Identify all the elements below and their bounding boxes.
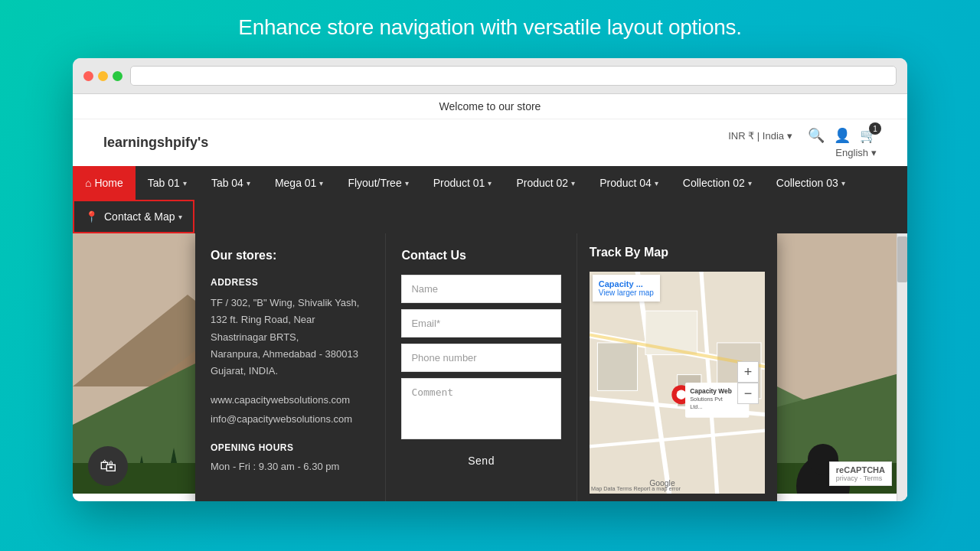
header-icons: 🔍 👤 🛒 1 — [808, 127, 877, 144]
nav-item-tab04[interactable]: Tab 04 ▾ — [199, 166, 263, 200]
store-frame: Welcome to our store learningshpify's IN… — [73, 94, 907, 501]
email-input[interactable] — [401, 309, 560, 337]
website-link[interactable]: www.capacitywebsolutions.com — [211, 392, 370, 409]
nav-item-product02[interactable]: Product 02 ▾ — [504, 166, 587, 200]
browser-chrome — [73, 58, 907, 94]
name-input[interactable] — [401, 275, 560, 303]
nav-item-mega01[interactable]: Mega 01 ▾ — [263, 166, 335, 200]
svg-text:Solutions Pvt: Solutions Pvt — [690, 396, 723, 403]
nav-flyout-chevron: ▾ — [405, 179, 409, 187]
nav-collection02-chevron: ▾ — [748, 179, 752, 187]
announcement-text: Welcome to our store — [439, 100, 541, 112]
nav-item-flyout[interactable]: Flyout/Tree ▾ — [335, 166, 420, 200]
nav-home-label: Home — [94, 177, 122, 189]
svg-text:Map Data  Terms  Report a map : Map Data Terms Report a map error — [591, 485, 681, 492]
map-controls: + − — [737, 361, 759, 404]
nav-item-collection03[interactable]: Collection 03 ▾ — [764, 166, 858, 200]
email-link[interactable]: info@capacitywebsolutions.com — [211, 411, 370, 428]
address-label: ADDRESS — [211, 275, 370, 290]
opening-hours-text: Mon - Fri : 9.30 am - 6.30 pm — [211, 458, 370, 475]
svg-rect-21 — [597, 343, 637, 391]
phone-input[interactable] — [401, 344, 560, 372]
nav-tab01-chevron: ▾ — [183, 179, 187, 187]
nav-item-contact-map[interactable]: 📍 Contact & Map ▾ — [73, 200, 194, 233]
nav-collection03-label: Collection 03 — [776, 177, 838, 189]
shopify-icon: 🛍 — [100, 456, 116, 476]
browser-url-bar[interactable] — [130, 66, 897, 86]
our-stores-column: Our stores: ADDRESS TF / 302, "B" Wing, … — [195, 233, 386, 501]
announcement-bar: Welcome to our store — [73, 94, 907, 119]
nav-product04-label: Product 04 — [599, 177, 652, 189]
nav-tab04-label: Tab 04 — [211, 177, 243, 189]
our-stores-title: Our stores: — [211, 249, 370, 262]
nav-item-collection02[interactable]: Collection 02 ▾ — [671, 166, 764, 200]
nav-collection03-chevron: ▾ — [841, 179, 845, 187]
language-selector[interactable]: English ▾ — [835, 147, 877, 158]
nav-collection02-label: Collection 02 — [683, 177, 745, 189]
dot-green[interactable] — [113, 71, 122, 81]
home-icon: ⌂ — [85, 177, 91, 189]
page-headline: Enhance store navigation with versatile … — [238, 15, 741, 40]
nav-item-tab01[interactable]: Tab 01 ▾ — [136, 166, 199, 200]
comment-input[interactable] — [401, 378, 560, 439]
nav-flyout-label: Flyout/Tree — [348, 177, 401, 189]
nav-product02-label: Product 02 — [516, 177, 568, 189]
language-chevron: ▾ — [871, 147, 877, 158]
svg-text:Ltd...: Ltd... — [690, 403, 702, 410]
nav-tab01-label: Tab 01 — [148, 177, 180, 189]
dot-yellow[interactable] — [98, 71, 108, 81]
nav-product04-chevron: ▾ — [655, 179, 658, 187]
store-logo: learningshpify's — [103, 135, 208, 151]
nav-contact-map-chevron: ▾ — [178, 213, 182, 221]
nav-item-product01[interactable]: Product 01 ▾ — [421, 166, 505, 200]
header-right: INR ₹ | India ▾ 🔍 👤 🛒 1 English ▾ — [728, 127, 877, 158]
track-by-map-title: Track By Map — [590, 246, 765, 259]
contact-map-dropdown: Our stores: ADDRESS TF / 302, "B" Wing, … — [195, 233, 777, 501]
dot-red[interactable] — [83, 71, 93, 81]
currency-label: INR ₹ | India — [728, 130, 784, 142]
nav-mega01-label: Mega 01 — [275, 177, 316, 189]
map-info-overlay: Capacity ... View larger map — [593, 275, 660, 302]
map-title: Capacity ... — [599, 279, 654, 289]
nav-product01-chevron: ▾ — [488, 179, 492, 187]
nav-tab04-chevron: ▾ — [247, 179, 250, 187]
currency-selector[interactable]: INR ₹ | India ▾ — [728, 130, 792, 142]
contact-us-title: Contact Us — [401, 249, 560, 262]
content-area: Our stores: ADDRESS TF / 302, "B" Wing, … — [73, 233, 907, 501]
browser-window: Welcome to our store learningshpify's IN… — [73, 58, 907, 501]
store-address: ADDRESS TF / 302, "B" Wing, Shivalik Yas… — [211, 275, 370, 380]
account-icon[interactable]: 👤 — [834, 127, 851, 144]
store-info: ADDRESS TF / 302, "B" Wing, Shivalik Yas… — [211, 275, 370, 476]
scroll-thumb[interactable] — [897, 236, 907, 282]
browser-dots — [83, 71, 122, 81]
store-links: www.capacitywebsolutions.com info@capaci… — [211, 392, 370, 428]
map-zoom-out[interactable]: − — [737, 383, 759, 404]
recaptcha-badge: reCAPTCHA privacy · Terms — [829, 461, 892, 486]
svg-text:Capacity Web: Capacity Web — [690, 387, 731, 395]
scroll-track[interactable] — [897, 233, 907, 501]
nav-product02-chevron: ▾ — [571, 179, 575, 187]
opening-hours-section: OPENING HOURS Mon - Fri : 9.30 am - 6.30… — [211, 440, 370, 475]
map-zoom-in[interactable]: + — [737, 361, 759, 383]
shopify-badge: 🛍 — [88, 446, 128, 486]
search-icon[interactable]: 🔍 — [808, 127, 825, 144]
main-navigation: ⌂ Home Tab 01 ▾ Tab 04 ▾ Mega 01 ▾ Flyou… — [73, 166, 907, 233]
nav-mega01-chevron: ▾ — [319, 179, 323, 187]
map-container[interactable]: Capacity Web Solutions Pvt Ltd... Google… — [590, 272, 765, 494]
address-text: TF / 302, "B" Wing, Shivalik Yash,132 ft… — [211, 295, 370, 379]
track-by-map-column: Track By Map — [577, 233, 777, 501]
contact-us-column: Contact Us Send — [386, 233, 577, 501]
language-label: English — [835, 147, 868, 158]
nav-item-product04[interactable]: Product 04 ▾ — [587, 166, 671, 200]
nav-product01-label: Product 01 — [433, 177, 485, 189]
nav-contact-map-label: Contact & Map — [104, 210, 175, 223]
currency-chevron: ▾ — [787, 130, 792, 142]
cart-icon[interactable]: 🛒 1 — [860, 127, 877, 144]
svg-point-27 — [676, 390, 686, 399]
contact-map-icon: 📍 — [85, 210, 98, 223]
send-button[interactable]: Send — [401, 445, 560, 476]
view-larger-link[interactable]: View larger map — [599, 289, 654, 297]
contact-form: Send — [401, 275, 560, 476]
cart-count: 1 — [869, 122, 881, 135]
nav-item-home[interactable]: ⌂ Home — [73, 166, 136, 200]
